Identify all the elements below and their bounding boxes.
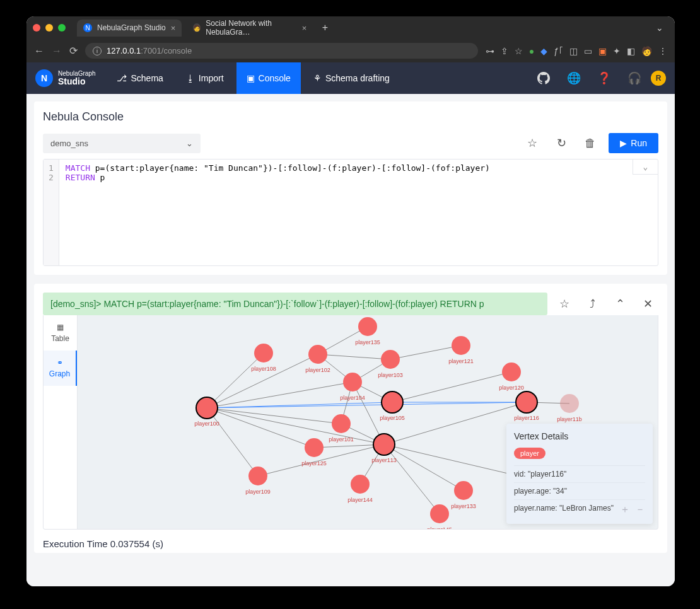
panel-icon[interactable]: ◧ (627, 46, 635, 56)
extensions-icon[interactable]: ✦ (613, 46, 621, 56)
svg-point-52 (452, 336, 470, 355)
chevron-down-icon: ⌄ (186, 139, 193, 148)
run-button[interactable]: ▶ Run (609, 133, 658, 153)
svg-text:player133: player133 (451, 503, 476, 509)
menu-icon[interactable]: ⋮ (658, 46, 667, 56)
nav-schema[interactable]: ⎇ Schema (107, 62, 173, 94)
mail-ext-icon[interactable]: ▭ (584, 46, 592, 56)
svg-text:player108: player108 (251, 366, 276, 372)
space-select[interactable]: demo_sns ⌄ (43, 134, 201, 153)
svg-text:player105: player105 (380, 415, 405, 421)
result-card: [demo_sns]> MATCH p=(start:player{name: … (34, 284, 667, 553)
browser-tab-1[interactable]: N NebulaGraph Studio × (77, 20, 182, 37)
nav-label: Schema (131, 73, 163, 83)
editor-collapse-button[interactable]: ⌄ (633, 160, 658, 175)
graph-visualization[interactable]: player100player108player102player135play… (78, 315, 658, 529)
space-select-value: demo_sns (50, 139, 88, 148)
close-result-button[interactable]: ✕ (637, 293, 658, 315)
svg-line-0 (207, 353, 264, 408)
globe-icon[interactable]: 🌐 (564, 68, 584, 88)
query-editor[interactable]: 12 MATCH p=(start:player{name: "Tim Dunc… (43, 159, 658, 266)
vertex-age-row: player.age: "34" (514, 482, 645, 499)
minimize-window-button[interactable] (45, 24, 53, 32)
svg-text:player103: player103 (378, 372, 403, 378)
svg-line-15 (390, 345, 461, 359)
close-window-button[interactable] (33, 24, 40, 32)
svg-line-16 (392, 372, 511, 402)
nav-schema-drafting[interactable]: ⚘ Schema drafting (303, 62, 400, 94)
favicon: 🧑 (193, 23, 201, 32)
delete-button[interactable]: 🗑 (580, 132, 601, 154)
forward-button[interactable]: → (52, 45, 62, 57)
new-tab-button[interactable]: + (318, 21, 332, 35)
view-tab-table[interactable]: ▦ Table (44, 315, 77, 351)
app-logo[interactable]: N NebulaGraph Studio (35, 69, 95, 87)
address-bar[interactable]: i 127.0.0.1:7001/console (85, 43, 478, 59)
address-bar-row: ← → ⟳ i 127.0.0.1:7001/console ⊶ ⇪ ☆ ● ◆… (26, 39, 675, 62)
svg-text:player104: player104 (340, 395, 365, 401)
browser-tab-2[interactable]: 🧑 Social Network with NebulaGra… × (187, 16, 313, 40)
reload-button[interactable]: ⟳ (69, 45, 78, 57)
profile-icon[interactable]: 🧑 (641, 46, 652, 56)
zoom-in-icon[interactable]: ＋ (620, 503, 630, 516)
close-tab-icon[interactable]: × (171, 23, 176, 33)
script-ext-icon[interactable]: ƒ｢ (554, 46, 563, 56)
user-avatar[interactable]: R (651, 71, 666, 86)
svg-text:player100: player100 (194, 420, 219, 427)
nav-import[interactable]: ⭳ Import (176, 62, 234, 94)
window-controls (33, 24, 66, 32)
help-icon[interactable]: ❓ (594, 68, 614, 88)
svg-point-62 (430, 504, 449, 523)
svg-point-50 (351, 475, 370, 494)
nav-label: Schema drafting (325, 73, 390, 83)
star-icon[interactable]: ☆ (515, 46, 523, 56)
close-tab-icon[interactable]: × (302, 23, 307, 33)
logo-text: NebulaGraph Studio (58, 70, 95, 86)
metamask-ext-icon[interactable]: ▣ (598, 46, 607, 56)
favorite-result-button[interactable]: ☆ (554, 293, 575, 315)
export-result-button[interactable]: ⤴ (581, 293, 603, 315)
nav-console[interactable]: ▣ Console (236, 62, 301, 94)
vertex-details-panel: Vertex Details player vid: "player116" p… (506, 424, 653, 524)
content-area: Nebula Console demo_sns ⌄ ☆ ↻ 🗑 ▶ Run 12… (26, 94, 675, 586)
square-ext-icon[interactable]: ◫ (569, 46, 578, 56)
diamond-ext-icon[interactable]: ◆ (540, 46, 547, 56)
table-icon: ▦ (57, 323, 64, 332)
view-tab-graph[interactable]: ⚭ Graph (44, 351, 77, 386)
back-button[interactable]: ← (34, 45, 44, 57)
github-icon[interactable] (534, 68, 554, 88)
svg-line-23 (384, 444, 527, 478)
favorite-button[interactable]: ☆ (522, 132, 543, 154)
favicon: N (83, 23, 92, 32)
zoom-out-icon[interactable]: － (635, 503, 645, 516)
evernote-ext-icon[interactable]: ● (529, 46, 534, 56)
history-button[interactable]: ↻ (551, 132, 572, 154)
svg-text:player116: player116 (514, 415, 539, 421)
maximize-window-button[interactable] (58, 24, 66, 32)
tabs-overflow-button[interactable]: ⌄ (651, 20, 668, 35)
svg-line-4 (207, 408, 314, 448)
site-info-icon[interactable]: i (93, 47, 102, 55)
editor-gutter: 12 (44, 160, 59, 265)
svg-point-38 (381, 350, 400, 369)
svg-line-10 (318, 354, 390, 359)
support-icon[interactable]: 🎧 (624, 68, 645, 88)
svg-text:player102: player102 (305, 367, 330, 373)
svg-line-25 (384, 402, 527, 444)
svg-point-44 (305, 438, 324, 457)
vertex-tag: player (514, 448, 545, 459)
svg-point-36 (343, 373, 362, 392)
nav-label: Import (199, 73, 224, 83)
svg-point-30 (254, 344, 273, 362)
svg-point-48 (373, 434, 395, 455)
svg-line-5 (207, 408, 258, 476)
logo-mark: N (35, 69, 53, 87)
share-icon[interactable]: ⇪ (501, 46, 508, 56)
editor-code[interactable]: MATCH p=(start:player{name: "Tim Duncan"… (59, 160, 658, 265)
svg-text:player11b: player11b (557, 416, 582, 422)
svg-text:player113: player113 (371, 457, 397, 463)
svg-text:player145: player145 (427, 526, 452, 529)
key-icon[interactable]: ⊶ (486, 46, 494, 56)
collapse-result-button[interactable]: ⌃ (609, 293, 631, 315)
svg-point-46 (248, 467, 267, 485)
